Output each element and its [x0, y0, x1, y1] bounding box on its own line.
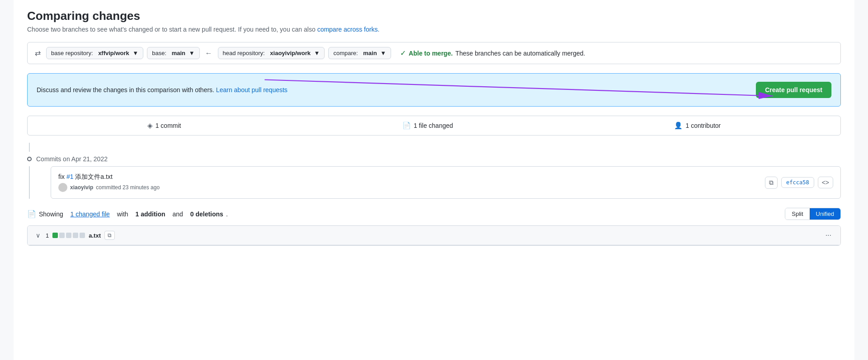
base-label: base:	[152, 50, 166, 56]
page-title: Comparing changes	[27, 9, 841, 23]
commit-author-avatar	[58, 183, 67, 192]
info-banner-static-text: Discuss and review the changes in this c…	[37, 86, 214, 94]
commit-issue-link[interactable]: #1	[66, 173, 74, 180]
merge-status: ✓ Able to merge. These branches can be a…	[400, 49, 585, 57]
timeline-line-top	[29, 143, 30, 152]
additions-count: 1 addition	[135, 210, 165, 218]
contributor-stat-icon: 👤	[674, 122, 683, 130]
stat-box-gray-1	[59, 233, 65, 238]
commits-section: Commits on Apr 21, 2022 fix #1 添加文件a.txt…	[27, 143, 841, 199]
head-repo-value: xiaoyivip/work	[270, 50, 311, 56]
showing-text: Showing	[39, 210, 63, 218]
commit-meta: xiaoyivip committed 23 minutes ago	[58, 183, 160, 192]
file-diff-header-right: ···	[823, 230, 834, 240]
file-changed-stat-icon: 📄	[402, 122, 411, 130]
commit-actions: ⧉ efcca58 <>	[765, 177, 833, 189]
file-more-options-button[interactable]: ···	[823, 230, 834, 240]
file-diff-stat-boxes	[52, 233, 85, 238]
compare-arrows-icon: ⇄	[35, 49, 41, 57]
files-changed-count: 1 file changed	[414, 122, 453, 129]
merge-status-detail: These branches can be automatically merg…	[455, 50, 585, 57]
files-doc-icon: 📄	[27, 210, 36, 218]
commit-author-link[interactable]: xiaoyivip	[70, 184, 93, 191]
stat-box-gray-4	[80, 233, 85, 238]
stat-box-gray-2	[66, 233, 71, 238]
subtitle-text: Choose two branches to see what's change…	[27, 26, 316, 33]
commit-timeline-dot	[27, 157, 32, 161]
create-pull-request-button[interactable]: Create pull request	[756, 82, 831, 98]
commit-time-text: committed 23 minutes ago	[96, 184, 160, 191]
commits-date-header-row: Commits on Apr 21, 2022	[27, 155, 841, 163]
commits-stat: ◈ 1 commit	[147, 122, 181, 130]
head-repo-selector[interactable]: head repository: xiaoyivip/work ▼	[218, 47, 325, 59]
base-repo-label: base repository:	[51, 50, 93, 56]
commit-info: fix #1 添加文件a.txt xiaoyivip committed 23 …	[58, 173, 160, 192]
changed-files-info: 📄 Showing 1 changed file with 1 addition…	[27, 210, 228, 218]
changed-file-link[interactable]: 1 changed file	[71, 210, 110, 218]
check-icon: ✓	[400, 49, 406, 57]
expand-file-button[interactable]: ∨	[34, 232, 42, 239]
direction-arrow-icon: ←	[203, 49, 214, 57]
file-diff-header-left: ∨ 1 a.txt ⧉	[34, 231, 115, 240]
base-branch-selector[interactable]: base: main ▼	[147, 47, 199, 59]
head-repo-label: head repository:	[223, 50, 265, 56]
commit-title-prefix: fix	[58, 173, 65, 180]
browse-code-button[interactable]: <>	[818, 177, 833, 188]
info-banner-text: Discuss and review the changes in this c…	[37, 86, 288, 94]
file-name: a.txt	[89, 232, 101, 239]
compare-forks-link[interactable]: compare across forks.	[317, 26, 380, 33]
deletions-count: 0 deletions	[190, 210, 223, 218]
unified-view-button[interactable]: Unified	[810, 208, 840, 220]
base-branch-value: main	[172, 50, 185, 56]
stats-bar: ◈ 1 commit 📄 1 file changed 👤 1 contribu…	[27, 116, 841, 136]
and-text: and	[172, 210, 183, 218]
contributors-count: 1 contributor	[685, 122, 721, 129]
commits-count: 1 commit	[156, 122, 181, 129]
file-diff-header: ∨ 1 a.txt ⧉ ···	[28, 226, 840, 245]
stat-box-green	[52, 233, 58, 238]
compare-branch-value: main	[363, 50, 377, 56]
commit-title-suffix: 添加文件a.txt	[75, 173, 112, 180]
compare-label: compare:	[333, 50, 358, 56]
stat-box-gray-3	[73, 233, 78, 238]
commits-date-label: Commits on Apr 21, 2022	[36, 155, 108, 163]
commit-hash-link[interactable]: efcca58	[781, 177, 814, 188]
copy-filename-button[interactable]: ⧉	[104, 231, 115, 240]
commit-item: fix #1 添加文件a.txt xiaoyivip committed 23 …	[51, 166, 841, 199]
base-repo-selector[interactable]: base repository: xffvip/work ▼	[46, 47, 143, 59]
branch-selector-bar: ⇄ base repository: xffvip/work ▼ base: m…	[27, 42, 841, 64]
file-diff-card: ∨ 1 a.txt ⧉ ···	[27, 225, 841, 246]
copy-commit-hash-button[interactable]: ⧉	[765, 177, 778, 189]
file-line-count: 1	[46, 232, 49, 239]
changed-files-header: 📄 Showing 1 changed file with 1 addition…	[27, 208, 841, 220]
base-repo-value: xffvip/work	[98, 50, 129, 56]
page-subtitle: Choose two branches to see what's change…	[27, 26, 841, 33]
split-view-button[interactable]: Split	[785, 208, 809, 220]
merge-status-label: Able to merge.	[409, 50, 453, 57]
contributors-stat: 👤 1 contributor	[674, 122, 721, 130]
info-banner: Discuss and review the changes in this c…	[27, 73, 841, 107]
period: .	[226, 210, 228, 218]
files-changed-stat: 📄 1 file changed	[402, 122, 453, 130]
commit-stat-icon: ◈	[147, 122, 153, 130]
view-toggle: Split Unified	[785, 208, 841, 220]
compare-branch-selector[interactable]: compare: main ▼	[328, 47, 391, 59]
commit-title: fix #1 添加文件a.txt	[58, 173, 160, 181]
learn-pull-requests-link[interactable]: Learn about pull requests	[216, 86, 288, 94]
with-text: with	[117, 210, 128, 218]
